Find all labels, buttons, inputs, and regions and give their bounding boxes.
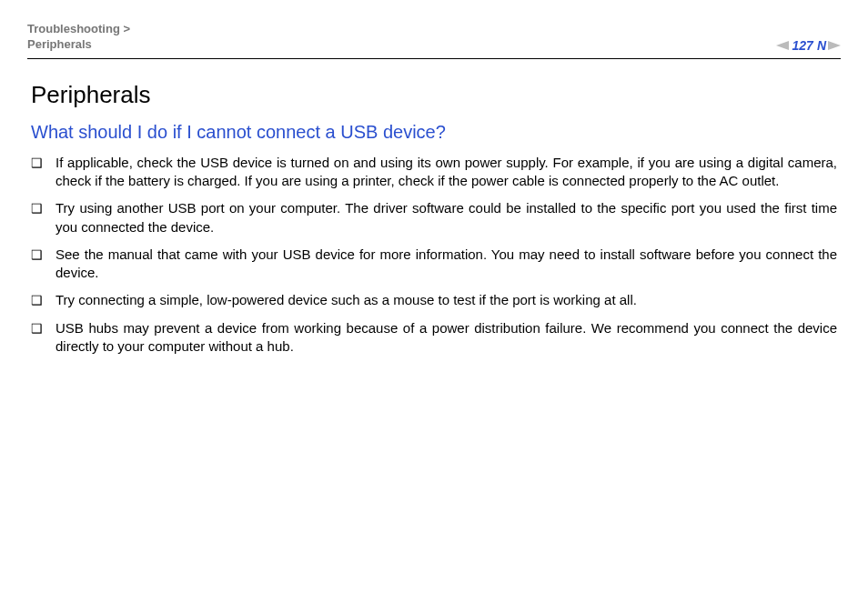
list-item: ❑Try connecting a simple, low-powered de… (31, 291, 837, 309)
bullet-icon: ❑ (31, 319, 43, 337)
page-n-mark: N (817, 38, 826, 53)
breadcrumb-line2: Peripherals (27, 37, 130, 53)
content-area: Peripherals What should I do if I cannot… (27, 81, 841, 356)
page-number: 127 (792, 38, 813, 53)
next-page-icon[interactable] (828, 41, 841, 50)
bullet-icon: ❑ (31, 199, 43, 217)
breadcrumb-line1: Troubleshooting > (27, 22, 130, 37)
bullet-text: See the manual that came with your USB d… (56, 246, 837, 283)
list-item: ❑If applicable, check the USB device is … (31, 154, 837, 191)
bullet-text: Try connecting a simple, low-powered dev… (56, 291, 837, 309)
page-nav: 127 N (776, 38, 841, 53)
bullet-list: ❑If applicable, check the USB device is … (31, 154, 837, 356)
page-header: Troubleshooting > Peripherals 127 N (27, 22, 841, 58)
bullet-text: USB hubs may prevent a device from worki… (56, 319, 837, 357)
prev-page-icon[interactable] (776, 41, 789, 50)
page-title: Peripherals (31, 81, 837, 109)
section-subhead: What should I do if I cannot connect a U… (31, 122, 837, 143)
list-item: ❑See the manual that came with your USB … (31, 246, 837, 283)
bullet-text: Try using another USB port on your compu… (56, 199, 837, 236)
bullet-icon: ❑ (31, 246, 43, 264)
header-divider (27, 58, 841, 59)
bullet-text: If applicable, check the USB device is t… (56, 154, 837, 191)
bullet-icon: ❑ (31, 154, 43, 172)
bullet-icon: ❑ (31, 291, 43, 309)
list-item: ❑Try using another USB port on your comp… (31, 199, 837, 236)
breadcrumb: Troubleshooting > Peripherals (27, 22, 130, 53)
list-item: ❑USB hubs may prevent a device from work… (31, 319, 837, 357)
